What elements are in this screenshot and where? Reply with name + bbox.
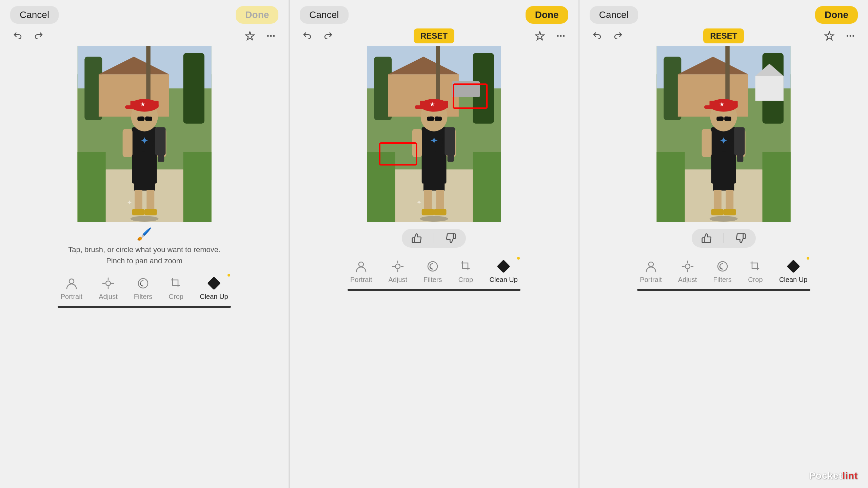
svg-point-38 — [69, 279, 74, 284]
secondary-bar-left-2 — [300, 28, 336, 43]
svg-rect-115 — [724, 209, 736, 215]
done-button-2[interactable]: Done — [526, 6, 568, 24]
tool-label-adjust-2: Adjust — [389, 276, 408, 284]
watermark: Pocketlint — [809, 470, 858, 481]
thumbs-up-button-2[interactable] — [408, 231, 426, 246]
tool-crop-3[interactable]: Crop — [740, 256, 771, 286]
tool-filters-1[interactable]: Filters — [126, 273, 160, 303]
thumbs-down-button-3[interactable] — [732, 231, 750, 246]
more-button-1[interactable] — [263, 28, 278, 43]
tool-filters-3[interactable]: Filters — [705, 256, 739, 286]
svg-rect-22 — [144, 209, 157, 215]
auto-button-3[interactable] — [822, 28, 837, 43]
crop-icon-2 — [458, 259, 473, 274]
svg-point-138 — [718, 262, 727, 271]
tool-crop-2[interactable]: Crop — [450, 256, 481, 286]
panel-1: Cancel Done — [0, 0, 289, 488]
svg-text:✦: ✦ — [416, 199, 422, 206]
undo-button-2[interactable] — [300, 28, 315, 43]
redo-button-2[interactable] — [321, 28, 336, 43]
watermark-pocket: Pocket — [809, 470, 842, 481]
tool-label-portrait-1: Portrait — [61, 293, 82, 301]
svg-rect-114 — [711, 209, 724, 215]
secondary-bar-3: RESET — [579, 27, 868, 46]
tool-adjust-3[interactable]: Adjust — [670, 256, 705, 286]
tool-label-filters-1: Filters — [134, 293, 152, 301]
tool-cleanup-1[interactable]: Clean Up — [192, 273, 236, 303]
tool-adjust-1[interactable]: Adjust — [91, 273, 126, 303]
tool-cleanup-3[interactable]: Clean Up — [771, 256, 815, 286]
tool-filters-2[interactable]: Filters — [415, 256, 450, 286]
svg-point-47 — [563, 35, 565, 37]
photo-area-1[interactable]: ✦ ★ — [15, 46, 274, 222]
svg-point-45 — [557, 35, 558, 37]
photo-area-3[interactable]: ✦ ★ — [594, 46, 853, 222]
svg-rect-65 — [436, 190, 444, 211]
svg-point-44 — [138, 279, 148, 288]
undo-button-3[interactable] — [590, 28, 605, 43]
tool-label-filters-3: Filters — [713, 276, 731, 284]
auto-button-1[interactable] — [242, 28, 257, 43]
tool-portrait-2[interactable]: Portrait — [342, 256, 380, 286]
secondary-bar-1 — [0, 27, 289, 46]
svg-rect-19 — [135, 190, 142, 211]
auto-button-2[interactable] — [532, 28, 547, 43]
svg-point-93 — [847, 35, 848, 37]
redo-button-1[interactable] — [31, 28, 46, 43]
tool-label-filters-2: Filters — [423, 276, 442, 284]
thumbs-down-button-2[interactable] — [442, 231, 460, 246]
svg-rect-126 — [717, 117, 724, 121]
more-button-2[interactable] — [553, 28, 568, 43]
cancel-button-3[interactable]: Cancel — [590, 6, 638, 24]
svg-rect-20 — [146, 190, 154, 211]
svg-rect-64 — [424, 190, 432, 211]
svg-rect-122 — [704, 105, 715, 109]
done-button-1[interactable]: Done — [236, 6, 278, 24]
tool-label-portrait-3: Portrait — [640, 276, 662, 284]
svg-text:★: ★ — [430, 102, 435, 107]
svg-rect-129 — [734, 127, 745, 155]
cancel-button-2[interactable]: Cancel — [300, 6, 348, 24]
thumb-divider-2 — [434, 233, 434, 243]
redo-button-3[interactable] — [611, 28, 626, 43]
cleanup-dot-3 — [807, 257, 809, 260]
portrait-icon-1 — [64, 276, 79, 291]
portrait-icon-3 — [644, 259, 658, 274]
thumbs-up-button-3[interactable] — [698, 231, 715, 246]
svg-rect-23 — [122, 129, 132, 157]
tool-adjust-2[interactable]: Adjust — [380, 256, 416, 286]
reset-button-3[interactable]: RESET — [703, 28, 744, 43]
cleanup-icon-1 — [206, 276, 221, 291]
svg-text:★: ★ — [719, 102, 724, 107]
svg-rect-33 — [137, 117, 144, 121]
svg-rect-29 — [125, 105, 135, 109]
svg-text:✦: ✦ — [430, 135, 438, 146]
toolbar-items-3: Portrait Adjust Filters — [579, 256, 868, 286]
secondary-bar-right-2 — [532, 28, 568, 43]
cancel-button-1[interactable]: Cancel — [10, 6, 59, 24]
svg-point-39 — [106, 281, 111, 286]
svg-point-132 — [649, 262, 653, 267]
svg-rect-67 — [434, 209, 446, 215]
secondary-bar-2: RESET — [290, 27, 578, 46]
top-bar-2: Cancel Done — [290, 0, 578, 27]
svg-rect-104 — [657, 152, 685, 222]
cleanup-dot-2 — [517, 257, 520, 260]
tool-portrait-3[interactable]: Portrait — [632, 256, 670, 286]
undo-button-1[interactable] — [10, 28, 25, 43]
panel-2: Cancel Done RESET — [290, 0, 578, 488]
svg-rect-81 — [445, 127, 455, 155]
tool-label-adjust-1: Adjust — [99, 293, 118, 301]
tool-crop-1[interactable]: Crop — [160, 273, 192, 303]
done-button-3[interactable]: Done — [815, 6, 858, 24]
svg-text:✦: ✦ — [127, 199, 132, 206]
reset-button-2[interactable]: RESET — [414, 28, 454, 43]
more-button-3[interactable] — [843, 28, 858, 43]
photo-area-2[interactable]: ✦ ★ — [304, 46, 564, 222]
tool-label-crop-1: Crop — [169, 293, 183, 301]
watermark-lint: lint — [842, 470, 858, 481]
tool-cleanup-2[interactable]: Clean Up — [481, 256, 526, 286]
svg-rect-127 — [724, 117, 731, 121]
tool-portrait-1[interactable]: Portrait — [53, 273, 91, 303]
cleanup-icon-3 — [786, 259, 801, 274]
